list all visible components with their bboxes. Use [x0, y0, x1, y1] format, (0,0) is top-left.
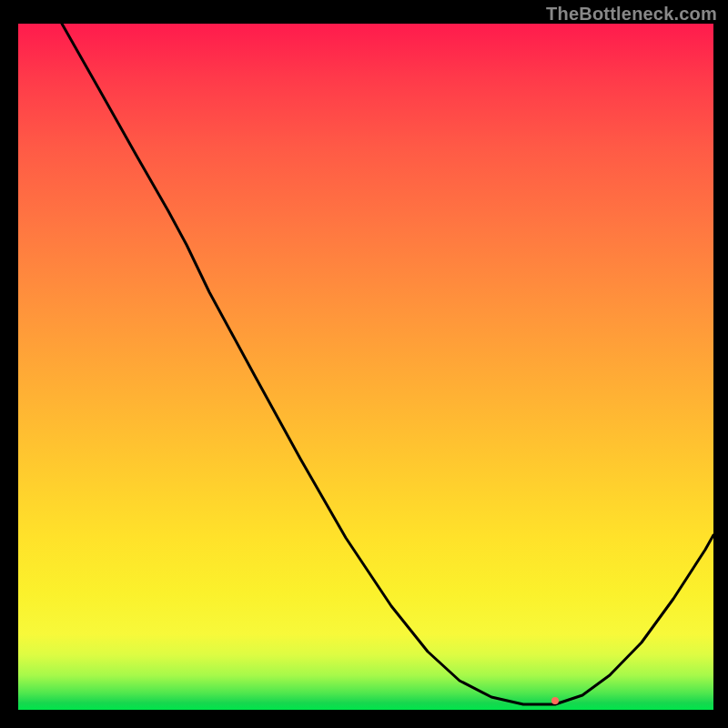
bottleneck-curve	[62, 24, 713, 704]
plot-area	[18, 24, 713, 710]
watermark-text: TheBottleneck.com	[546, 4, 717, 25]
minimum-dot-icon	[551, 697, 559, 704]
chart-container: TheBottleneck.com	[0, 0, 728, 728]
curve-svg	[18, 24, 713, 710]
